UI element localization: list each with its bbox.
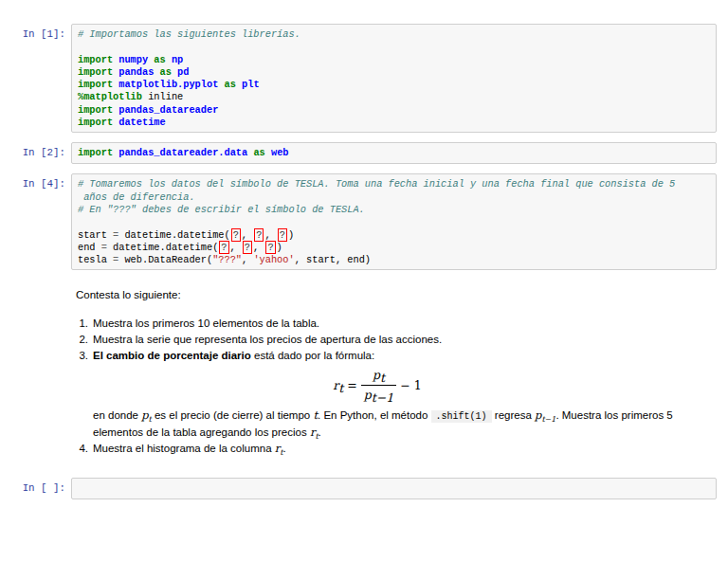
code-token-k: as [253, 147, 264, 158]
code-token-nn: pd [177, 66, 189, 78]
code-token-k: import [78, 54, 113, 65]
code-token-p: , start, end) [295, 254, 371, 265]
code-content-3: # Tomaremos los datos del símbolo de TES… [78, 178, 710, 266]
list-item-3: 3. El cambio de porcentaje diario está d… [76, 348, 717, 364]
code-token-p: , [264, 229, 276, 241]
code-token-nn: np [172, 54, 183, 65]
code-token-c: # Tomaremos los datos del símbolo de TES… [78, 178, 675, 190]
code-input-area-1[interactable]: # Importamos las siguientes librerías. i… [71, 24, 717, 133]
list-text-2: Muestra la serie que representa los prec… [93, 332, 442, 348]
code-token-nn: datetime [118, 117, 165, 128]
markdown-prompt-spacer [0, 287, 71, 292]
markdown-body: Contesta lo siguiente: 1. Muestra los pr… [71, 287, 717, 457]
code-token-p: start [78, 229, 113, 241]
inline-code-shift: .shift(1) [431, 410, 492, 423]
code-token-nn: plt [242, 79, 260, 90]
code-token-p: , [230, 242, 242, 253]
input-prompt-3: In [4]: [0, 173, 71, 190]
code-input-area-3[interactable]: # Tomaremos los datos del símbolo de TES… [71, 173, 717, 270]
code-token-p: ) [288, 229, 294, 241]
formula-equals: = [347, 377, 356, 393]
math-p-t-minus-1: pt−1 [535, 408, 555, 422]
formula: rt = pt pt−1 − 1 [76, 367, 679, 404]
empty-code-content [78, 482, 710, 495]
code-input-area-2[interactable]: import pandas_datareader.data as web [71, 142, 717, 164]
code-cell-3: In [4]: # Tomaremos los datos del símbol… [0, 173, 728, 270]
code-token-p: inline [142, 91, 183, 102]
markdown-cell: Contesta lo siguiente: 1. Muestra los pr… [0, 287, 728, 457]
code-token-p: datetime.datetime( [107, 242, 218, 253]
math-p-t: pt [141, 408, 152, 422]
code-token-nn: pandas_datareader.data [118, 147, 247, 158]
code-token-p: web.DataReader( [118, 254, 212, 265]
code-token-e: ? [243, 241, 252, 254]
markdown-paragraph: en donde pt es el precio (de cierre) al … [93, 408, 717, 441]
code-token-e: ? [254, 228, 264, 242]
code-token-k: %matplotlib [78, 91, 142, 102]
code-content-2: import pandas_datareader.data as web [78, 147, 710, 159]
para-text-4: regresa [492, 409, 535, 421]
code-token-p: end [78, 242, 101, 253]
code-token-k: as [160, 66, 172, 78]
formula-lhs: rt [333, 377, 343, 394]
code-token-s: 'yahoo' [253, 254, 294, 265]
input-prompt-1: In [1]: [0, 24, 71, 41]
list-number-1: 1. [76, 316, 88, 332]
code-token-nn: numpy [118, 54, 148, 65]
code-token-c: # En "???" debes de escribir el símbolo … [78, 204, 365, 215]
code-content-1: # Importamos las siguientes librerías. i… [78, 28, 710, 129]
list-text-1: Muestra los primeros 10 elementos de la … [93, 316, 319, 332]
code-token-p: , [242, 229, 253, 241]
code-token-p: , [253, 242, 264, 253]
code-token-c: años de diferencia. [78, 191, 195, 203]
formula-fraction: pt pt−1 [361, 367, 396, 404]
code-token-nn: pandas [118, 66, 154, 78]
code-token-k: import [78, 117, 113, 128]
list-rest-3: está dado por la fórmula: [251, 350, 374, 361]
code-token-k: import [78, 104, 113, 116]
code-token-k: import [78, 79, 113, 90]
code-token-p: datetime.datetime( [118, 229, 229, 241]
code-token-e: ? [231, 228, 241, 242]
empty-code-input-area[interactable] [71, 478, 717, 499]
code-token-k: as [154, 54, 165, 65]
fraction-numerator: pt [361, 367, 396, 386]
list-number-2: 2. [76, 332, 88, 348]
code-token-nn: web [271, 147, 289, 158]
math-r-t: rt [310, 426, 318, 439]
list-number-4: 4. [76, 441, 88, 457]
list-text-4: Muestra el histograma de la columna rt. [93, 441, 286, 457]
code-token-c: # Importamos las siguientes librerías. [78, 28, 300, 40]
list-bold-3: El cambio de porcentaje diario [93, 350, 251, 361]
para-text-2: es el precio (de cierre) al tiempo [152, 409, 314, 421]
code-cell-2: In [2]: import pandas_datareader.data as… [0, 142, 728, 164]
list-item-4: 4. Muestra el histograma de la columna r… [76, 441, 717, 457]
input-prompt-2: In [2]: [0, 142, 71, 159]
code-cell-1: In [1]: # Importamos las siguientes libr… [0, 24, 728, 133]
formula-tail: − 1 [400, 377, 421, 393]
input-prompt-empty: In [ ]: [0, 478, 71, 495]
markdown-intro: Contesta lo siguiente: [76, 287, 717, 303]
empty-code-cell: In [ ]: [0, 478, 728, 499]
list-number-3: 3. [76, 348, 88, 364]
code-token-s: "???" [212, 254, 242, 265]
list-text-3: El cambio de porcentaje diario está dado… [93, 348, 374, 364]
code-token-e: ? [219, 241, 228, 254]
code-token-p: ) [277, 242, 282, 253]
para-text-3: . En Python, el método [318, 409, 431, 421]
para-text-6: . [318, 426, 321, 438]
code-token-k: as [225, 79, 236, 90]
code-token-e: ? [265, 241, 275, 254]
list-item-2: 2. Muestra la serie que representa los p… [76, 332, 717, 348]
list-item-1: 1. Muestra los primeros 10 elementos de … [76, 316, 717, 332]
code-token-p: tesla [78, 254, 113, 265]
code-token-k: import [78, 66, 113, 78]
fraction-denominator: pt−1 [361, 386, 396, 404]
code-token-nn: pandas_datareader [118, 104, 218, 116]
code-token-e: ? [278, 228, 287, 242]
code-token-nn: matplotlib.pyplot [118, 79, 218, 90]
code-token-k: import [78, 147, 113, 158]
notebook: In [1]: # Importamos las siguientes libr… [0, 0, 728, 499]
para-text-1: en donde [93, 409, 141, 421]
code-token-p: , [242, 254, 253, 265]
